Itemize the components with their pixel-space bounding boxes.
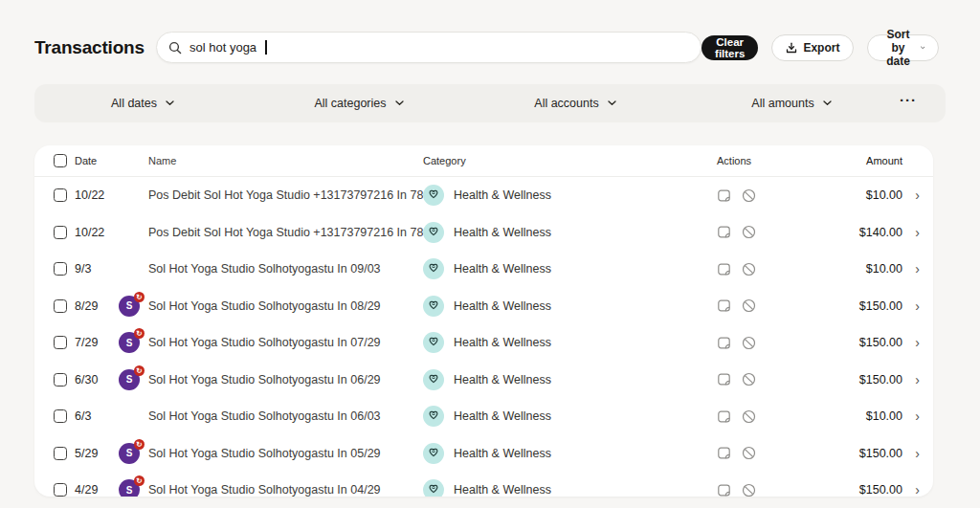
- health-wellness-icon: [423, 222, 444, 243]
- table-body: 10/22 Pos Debit Sol Hot Yoga Studio +131…: [34, 177, 933, 497]
- transaction-date: 10/22: [75, 188, 119, 202]
- hide-action-icon[interactable]: [742, 372, 756, 387]
- category-button[interactable]: Health & Wellness: [423, 479, 711, 497]
- filter-dates[interactable]: All dates: [111, 97, 174, 110]
- merchant-avatar: S ↻: [119, 479, 140, 497]
- avatar-letter: S: [126, 338, 133, 348]
- header-actions: Actions: [711, 155, 818, 166]
- export-button-label: Export: [803, 41, 839, 55]
- table-row[interactable]: 9/3 Sol Hot Yoga Studio Solhotyogastu In…: [34, 251, 933, 288]
- row-checkbox[interactable]: [54, 188, 67, 202]
- note-action-icon[interactable]: [717, 298, 731, 313]
- hide-action-icon[interactable]: [742, 262, 756, 276]
- category-label: Health & Wellness: [454, 226, 551, 239]
- row-checkbox[interactable]: [54, 483, 67, 497]
- table-row[interactable]: 5/29 S ↻ Sol Hot Yoga Studio Solhotyogas…: [34, 435, 933, 473]
- filter-amounts[interactable]: All amounts: [751, 97, 831, 110]
- merchant-avatar: S ↻: [119, 369, 140, 390]
- category-label: Health & Wellness: [454, 373, 551, 387]
- transaction-name: Sol Hot Yoga Studio Solhotyogastu In 06/…: [148, 373, 423, 387]
- transaction-name: Sol Hot Yoga Studio Solhotyogastu In 05/…: [148, 447, 423, 460]
- note-action-icon[interactable]: [717, 483, 731, 497]
- row-checkbox[interactable]: [54, 447, 67, 460]
- health-wellness-icon: [423, 332, 444, 353]
- health-wellness-icon: [423, 443, 444, 464]
- chevron-right-icon[interactable]: ›: [902, 447, 920, 460]
- table-row[interactable]: 8/29 S ↻ Sol Hot Yoga Studio Solhotyogas…: [34, 288, 933, 325]
- export-button[interactable]: Export: [771, 34, 854, 61]
- filter-categories[interactable]: All categories: [314, 97, 403, 110]
- transaction-name: Sol Hot Yoga Studio Solhotyogastu In 07/…: [148, 336, 423, 349]
- filter-amounts-label: All amounts: [751, 97, 813, 110]
- category-button[interactable]: Health & Wellness: [423, 258, 711, 279]
- search-bar[interactable]: sol hot yoga: [156, 32, 702, 63]
- hide-action-icon[interactable]: [742, 446, 756, 460]
- category-button[interactable]: Health & Wellness: [423, 443, 711, 464]
- chevron-right-icon[interactable]: ›: [902, 409, 920, 423]
- table-row[interactable]: 10/22 Pos Debit Sol Hot Yoga Studio +131…: [34, 177, 933, 214]
- category-label: Health & Wellness: [454, 447, 551, 460]
- chevron-right-icon[interactable]: ›: [902, 483, 920, 497]
- select-all-checkbox[interactable]: [54, 154, 67, 167]
- chevron-right-icon[interactable]: ›: [902, 336, 920, 349]
- note-action-icon[interactable]: [717, 262, 731, 276]
- category-button[interactable]: Health & Wellness: [423, 185, 711, 206]
- hide-action-icon[interactable]: [742, 483, 756, 497]
- row-checkbox[interactable]: [54, 409, 67, 423]
- recurring-badge-icon: ↻: [134, 365, 145, 376]
- merchant-avatar: S ↻: [119, 332, 140, 353]
- clear-filters-button[interactable]: Clear filters: [702, 35, 758, 60]
- sort-button[interactable]: Sort by date: [867, 34, 939, 61]
- recurring-badge-icon: ↻: [134, 328, 145, 339]
- category-button[interactable]: Health & Wellness: [423, 222, 711, 243]
- category-button[interactable]: Health & Wellness: [423, 332, 711, 353]
- note-action-icon[interactable]: [717, 446, 731, 460]
- chevron-right-icon[interactable]: ›: [902, 262, 920, 276]
- chevron-right-icon[interactable]: ›: [902, 299, 920, 313]
- hide-action-icon[interactable]: [742, 225, 756, 239]
- filter-accounts[interactable]: All accounts: [534, 97, 615, 110]
- merchant-name: Sol Hot Yoga Studio Solhotyogastu In 06/…: [148, 373, 381, 387]
- transaction-date: 10/22: [75, 226, 119, 239]
- more-filters-button[interactable]: ···: [900, 96, 917, 111]
- note-action-icon[interactable]: [717, 225, 731, 239]
- merchant-name: Sol Hot Yoga Studio Solhotyogastu In 08/…: [148, 299, 381, 313]
- table-row[interactable]: 4/29 S ↻ Sol Hot Yoga Studio Solhotyogas…: [34, 472, 933, 497]
- table-row[interactable]: 7/29 S ↻ Sol Hot Yoga Studio Solhotyogas…: [34, 324, 933, 362]
- hide-action-icon[interactable]: [742, 188, 756, 203]
- row-checkbox[interactable]: [54, 336, 67, 349]
- chevron-right-icon[interactable]: ›: [902, 188, 920, 202]
- merchant-name: Pos Debit Sol Hot Yoga Studio +131737972…: [148, 188, 423, 202]
- note-action-icon[interactable]: [717, 409, 731, 424]
- recurring-badge-icon: ↻: [134, 439, 145, 450]
- note-action-icon[interactable]: [717, 188, 731, 203]
- hide-action-icon[interactable]: [742, 336, 756, 350]
- merchant-name: Sol Hot Yoga Studio Solhotyogastu In 06/…: [148, 409, 381, 423]
- category-label: Health & Wellness: [454, 483, 551, 497]
- row-checkbox[interactable]: [54, 373, 67, 387]
- category-button[interactable]: Health & Wellness: [423, 406, 711, 427]
- toolbar: Clear filters Export Sort by date: [702, 34, 939, 61]
- category-button[interactable]: Health & Wellness: [423, 296, 711, 317]
- note-action-icon[interactable]: [717, 336, 731, 350]
- table-row[interactable]: 6/3 Sol Hot Yoga Studio Solhotyogastu In…: [34, 398, 933, 435]
- health-wellness-icon: [423, 185, 444, 206]
- row-checkbox[interactable]: [54, 226, 67, 239]
- category-label: Health & Wellness: [454, 299, 551, 313]
- chevron-right-icon[interactable]: ›: [902, 226, 920, 239]
- table-row[interactable]: 6/30 S ↻ Sol Hot Yoga Studio Solhotyogas…: [34, 362, 933, 399]
- transaction-amount: $140.00: [818, 226, 902, 239]
- header-name: Name: [148, 155, 423, 166]
- health-wellness-icon: [423, 258, 444, 279]
- hide-action-icon[interactable]: [742, 409, 756, 424]
- chevron-down-icon: [608, 100, 616, 106]
- row-checkbox[interactable]: [54, 299, 67, 313]
- chevron-right-icon[interactable]: ›: [902, 373, 920, 387]
- table-row[interactable]: 10/22 Pos Debit Sol Hot Yoga Studio +131…: [34, 214, 933, 252]
- search-input[interactable]: sol hot yoga: [189, 40, 256, 55]
- hide-action-icon[interactable]: [742, 298, 756, 313]
- row-checkbox[interactable]: [54, 262, 67, 276]
- category-button[interactable]: Health & Wellness: [423, 369, 711, 390]
- merchant-name: Sol Hot Yoga Studio Solhotyogastu In 07/…: [148, 336, 381, 349]
- note-action-icon[interactable]: [717, 372, 731, 387]
